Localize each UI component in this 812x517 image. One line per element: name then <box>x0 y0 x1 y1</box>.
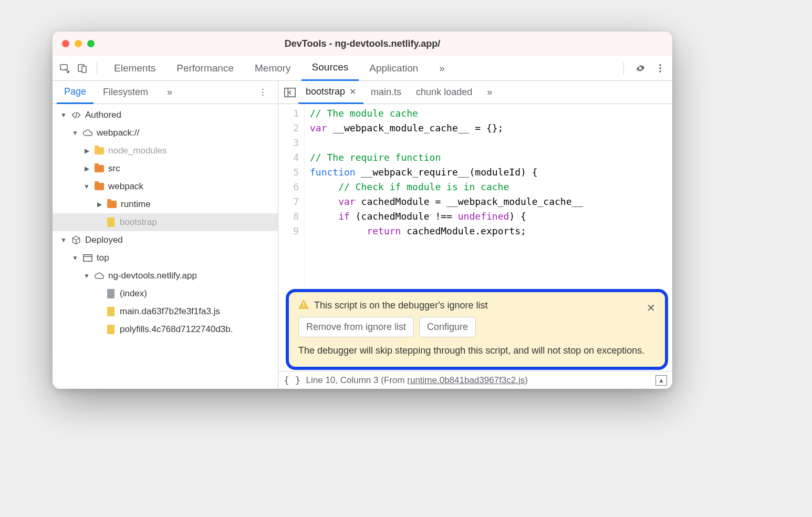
pretty-print-icon[interactable]: { } <box>284 375 301 386</box>
tree-label: main.da63f7b2fe3f1fa3.js <box>120 306 220 317</box>
tree-label: ng-devtools.netlify.app <box>108 271 197 281</box>
svg-point-3 <box>659 64 661 66</box>
configure-button[interactable]: Configure <box>419 317 476 337</box>
cursor-position: Line 10, Column 3 (From runtime.0b841bad… <box>306 375 528 386</box>
inspect-element-icon[interactable] <box>57 60 72 76</box>
warning-icon <box>298 299 309 312</box>
navigator-kebab-icon[interactable]: ⋮ <box>252 87 274 98</box>
tree-item-bootstrap[interactable]: bootstrap <box>53 213 278 231</box>
folder-icon <box>93 181 105 192</box>
file-tab-label: chunk loaded <box>416 87 472 98</box>
tree-item-runtime[interactable]: ▶runtime <box>53 195 278 213</box>
collapse-bottom-icon[interactable]: ▲ <box>655 375 667 386</box>
infobar-description: The debugger will skip stepping through … <box>298 344 655 357</box>
tree-label: top <box>97 253 109 263</box>
tree-label: runtime <box>121 199 151 210</box>
svg-point-4 <box>659 67 661 69</box>
panel-tabs: Elements Performance Memory Sources Appl… <box>103 56 455 81</box>
tabs-overflow[interactable]: » <box>429 56 455 81</box>
hide-navigator-icon[interactable] <box>282 87 298 98</box>
tab-sources[interactable]: Sources <box>301 56 359 81</box>
ignore-list-infobar: ✕ This script is on the debugger's ignor… <box>286 289 668 370</box>
file-icon <box>105 288 117 299</box>
tab-memory[interactable]: Memory <box>244 56 301 81</box>
file-tabs-overflow[interactable]: » <box>480 81 499 104</box>
svg-point-5 <box>659 70 661 73</box>
file-icon <box>105 306 117 317</box>
tree-label: polyfills.4c768d7122740d3b. <box>120 324 233 335</box>
file-icon <box>105 324 117 335</box>
gear-icon[interactable] <box>632 60 648 76</box>
tree-label: webpack <box>108 181 143 192</box>
file-tree: ▼Authored ▼webpack:// ▶node_modules ▶src… <box>53 104 278 389</box>
svg-rect-8 <box>303 303 304 306</box>
tree-label: src <box>108 163 120 174</box>
tree-label: (index) <box>120 288 147 299</box>
titlebar: DevTools - ng-devtools.netlify.app/ <box>53 32 672 56</box>
file-tab-chunk-loaded[interactable]: chunk loaded <box>409 81 480 104</box>
tab-page[interactable]: Page <box>57 81 93 104</box>
file-tab-bootstrap[interactable]: bootstrap✕ <box>298 81 363 104</box>
cloud-icon <box>93 270 105 282</box>
navigator-tabs: Page Filesystem » ⋮ <box>53 81 278 104</box>
tab-application[interactable]: Application <box>359 56 429 81</box>
file-tab-label: bootstrap <box>306 86 345 97</box>
window-title: DevTools - ng-devtools.netlify.app/ <box>53 38 672 49</box>
tree-item-node-modules[interactable]: ▶node_modules <box>53 142 278 160</box>
close-infobar-button[interactable]: ✕ <box>647 302 655 314</box>
svg-rect-9 <box>303 306 304 307</box>
main-toolbar: Elements Performance Memory Sources Appl… <box>53 56 672 81</box>
tree-label: Deployed <box>85 235 123 245</box>
tree-label: bootstrap <box>120 217 157 228</box>
tree-group-authored[interactable]: ▼Authored <box>53 106 278 124</box>
tree-item-polyfills[interactable]: polyfills.4c768d7122740d3b. <box>53 320 278 338</box>
tree-item-mainjs[interactable]: main.da63f7b2fe3f1fa3.js <box>53 303 278 320</box>
folder-icon <box>93 145 105 157</box>
tree-label: node_modules <box>108 146 167 156</box>
svg-rect-6 <box>84 255 92 262</box>
cube-icon <box>70 234 82 246</box>
tree-item-webpack[interactable]: ▼webpack <box>53 178 278 195</box>
source-link[interactable]: runtime.0b841bad3967f3c2.js <box>407 375 525 385</box>
devtools-window: DevTools - ng-devtools.netlify.app/ Elem… <box>53 32 672 389</box>
tree-label: webpack:// <box>97 128 139 138</box>
navigator-tabs-overflow[interactable]: » <box>160 81 180 104</box>
tab-elements[interactable]: Elements <box>103 56 166 81</box>
kebab-menu-icon[interactable] <box>652 60 668 76</box>
tree-label: Authored <box>85 110 121 120</box>
toolbar-separator <box>97 62 97 75</box>
tab-performance[interactable]: Performance <box>166 56 244 81</box>
tree-group-deployed[interactable]: ▼Deployed <box>53 231 278 249</box>
toolbar-separator <box>623 62 624 75</box>
svg-rect-7 <box>285 88 295 97</box>
file-tabs: bootstrap✕ main.ts chunk loaded » <box>278 81 672 104</box>
svg-rect-2 <box>82 66 86 73</box>
cloud-icon <box>82 127 93 139</box>
file-tab-main-ts[interactable]: main.ts <box>363 81 409 104</box>
folder-icon <box>106 199 118 210</box>
svg-rect-0 <box>60 65 67 70</box>
status-bar: { } Line 10, Column 3 (From runtime.0b84… <box>278 371 672 389</box>
file-tab-label: main.ts <box>371 87 401 98</box>
tree-item-top[interactable]: ▼top <box>53 249 278 267</box>
infobar-title: This script is on the debugger's ignore … <box>314 300 488 311</box>
tree-item-src[interactable]: ▶src <box>53 160 278 178</box>
tab-filesystem[interactable]: Filesystem <box>96 81 155 104</box>
tree-item-index[interactable]: (index) <box>53 285 278 303</box>
editor-pane: bootstrap✕ main.ts chunk loaded » 123456… <box>278 81 672 389</box>
code-icon <box>70 109 82 121</box>
navigator-sidebar: Page Filesystem » ⋮ ▼Authored ▼webpack:/… <box>53 81 278 389</box>
close-tab-icon[interactable]: ✕ <box>349 87 356 97</box>
tree-item-webpack-scheme[interactable]: ▼webpack:// <box>53 124 278 142</box>
frame-icon <box>82 252 93 264</box>
remove-from-ignore-list-button[interactable]: Remove from ignore list <box>298 317 414 337</box>
tree-item-domain[interactable]: ▼ng-devtools.netlify.app <box>53 267 278 285</box>
folder-icon <box>93 163 105 174</box>
device-toolbar-icon[interactable] <box>75 60 90 76</box>
file-icon <box>105 216 117 228</box>
